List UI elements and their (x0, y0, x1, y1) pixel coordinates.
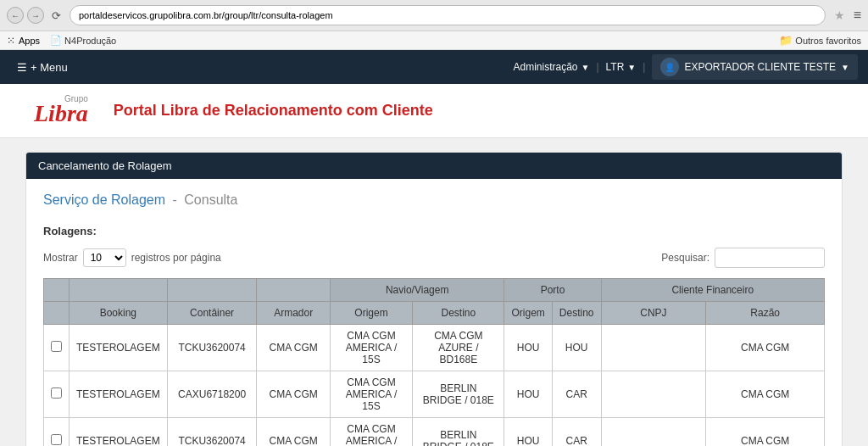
th-empty-2 (70, 279, 168, 302)
bookmarks-bar: ⁙ Apps 📄 N4Produção 📁 Outros favoritos (0, 31, 868, 50)
main-panel: Cancelamento de Rolagem Serviço de Rolag… (25, 152, 843, 446)
th-armador: Armador (257, 302, 330, 325)
row-checkbox[interactable] (51, 434, 62, 445)
row-nav-origem: CMA CGM AMERICA / 15S (330, 325, 412, 371)
th-porto: Porto (504, 279, 601, 302)
row-razao: CMA CGM (706, 418, 825, 447)
row-porto-destino: CAR (552, 371, 601, 418)
nav-bar: ☰ + Menu Administração ▼ | LTR ▼ | 👤 EXP… (0, 50, 868, 84)
row-checkbox-cell[interactable] (44, 418, 70, 447)
th-porto-destino: Destino (552, 302, 601, 325)
show-controls: Mostrar 10 25 50 100 registros por págin… (43, 248, 221, 267)
menu-button[interactable]: ☰ + Menu (10, 61, 75, 74)
row-porto-origem: HOU (504, 325, 552, 371)
row-nav-destino: BERLIN BRIDGE / 018E (413, 371, 504, 418)
main-content: Cancelamento de Rolagem Serviço de Rolag… (0, 138, 868, 446)
service-separator: - (173, 192, 177, 207)
rolagens-label: Rolagens: (43, 225, 825, 237)
th-empty-4 (257, 279, 330, 302)
service-link[interactable]: Serviço de Rolagem (43, 192, 165, 207)
row-booking: TESTEROLAGEM (70, 371, 168, 418)
nav-sep-2: | (643, 61, 645, 73)
admin-label: Administração (514, 61, 578, 73)
row-cnpj (601, 418, 706, 447)
ltr-label: LTR (606, 61, 625, 73)
browser-menu-icon[interactable]: ≡ (854, 8, 861, 23)
ltr-chevron-icon: ▼ (627, 63, 636, 72)
row-cnpj (601, 371, 706, 418)
search-input[interactable] (715, 248, 825, 268)
row-container: CAXU6718200 (167, 371, 257, 418)
user-menu[interactable]: 👤 EXPORTADOR CLIENTE TESTE ▼ (652, 54, 858, 80)
row-checkbox[interactable] (51, 387, 62, 399)
outros-favoritos-bookmark[interactable]: 📁 Outros favoritos (779, 34, 861, 47)
search-controls: Pesquisar: (661, 248, 825, 268)
user-avatar-icon: 👤 (660, 58, 679, 76)
row-razao: CMA CGM (706, 371, 825, 418)
menu-icon: ☰ (17, 61, 27, 74)
user-chevron-icon: ▼ (841, 63, 849, 72)
th-empty-3 (167, 279, 257, 302)
row-container: TCKU3620074 (167, 418, 257, 447)
table-row: TESTEROLAGEM TCKU3620074 CMA CGM CMA CGM… (44, 325, 825, 371)
service-sub: Consulta (184, 192, 237, 207)
row-nav-origem: CMA CGM AMERICA / 15S (330, 418, 412, 447)
row-container: TCKU3620074 (167, 325, 257, 371)
browser-chrome: ← → ⟳ ★ ≡ (0, 0, 868, 31)
folder-icon: 📁 (779, 34, 793, 47)
apps-bookmark[interactable]: ⁙ Apps (7, 35, 40, 47)
row-nav-destino: CMA CGM AZURE / BD168E (413, 325, 504, 371)
th-checkbox (44, 302, 70, 325)
menu-label: + Menu (31, 61, 68, 74)
nav-sep-1: | (596, 61, 598, 73)
row-booking: TESTEROLAGEM (70, 418, 168, 447)
n4producao-bookmark[interactable]: 📄 N4Produção (50, 35, 116, 46)
show-label: Mostrar (43, 252, 78, 264)
outros-favoritos-label: Outros favoritos (795, 36, 861, 46)
per-page-label: registros por página (131, 252, 221, 264)
nav-buttons: ← → ⟳ (7, 7, 64, 24)
panel-body: Serviço de Rolagem - Consulta Rolagens: … (26, 179, 842, 446)
row-porto-destino: HOU (552, 325, 601, 371)
bookmark-star-icon[interactable]: ★ (834, 8, 845, 22)
bookmark-page-icon: 📄 (50, 35, 62, 46)
forward-button[interactable]: → (27, 7, 44, 24)
records-per-page-select[interactable]: 10 25 50 100 (83, 248, 126, 267)
th-porto-origem: Origem (504, 302, 552, 325)
table-row: TESTEROLAGEM CAXU6718200 CMA CGM CMA CGM… (44, 371, 825, 418)
logo: Grupo Libra (34, 94, 88, 127)
row-booking: TESTEROLAGEM (70, 325, 168, 371)
row-porto-origem: HOU (504, 371, 552, 418)
panel-header: Cancelamento de Rolagem (26, 153, 842, 179)
bookmarks-right: 📁 Outros favoritos (779, 34, 861, 47)
header-area: Grupo Libra Portal Libra de Relacionamen… (0, 84, 868, 138)
row-checkbox-cell[interactable] (44, 371, 70, 418)
back-button[interactable]: ← (7, 7, 24, 24)
row-armador: CMA CGM (257, 418, 330, 447)
row-checkbox-cell[interactable] (44, 325, 70, 371)
ltr-dropdown[interactable]: LTR ▼ (606, 61, 637, 73)
row-porto-origem: HOU (504, 418, 552, 447)
row-razao: CMA CGM (706, 325, 825, 371)
th-cliente-financeiro: Cliente Financeiro (601, 279, 824, 302)
nav-right: Administração ▼ | LTR ▼ | 👤 EXPORTADOR C… (514, 54, 859, 80)
row-cnpj (601, 325, 706, 371)
th-navio-viagem: Navio/Viagem (330, 279, 504, 302)
row-armador: CMA CGM (257, 325, 330, 371)
n4producao-label: N4Produção (64, 36, 116, 46)
th-navio-origem: Origem (330, 302, 412, 325)
th-razao: Razão (706, 302, 825, 325)
row-nav-origem: CMA CGM AMERICA / 15S (330, 371, 412, 418)
user-label: EXPORTADOR CLIENTE TESTE (684, 61, 836, 73)
row-checkbox[interactable] (51, 341, 62, 352)
admin-dropdown[interactable]: Administração ▼ (514, 61, 590, 73)
url-bar[interactable] (70, 5, 826, 25)
row-porto-destino: CAR (552, 418, 601, 447)
row-nav-destino: BERLIN BRIDGE / 018E (413, 418, 504, 447)
refresh-button[interactable]: ⟳ (47, 7, 64, 24)
search-label: Pesquisar: (661, 252, 709, 264)
table-row: TESTEROLAGEM TCKU3620074 CMA CGM CMA CGM… (44, 418, 825, 447)
table-controls: Mostrar 10 25 50 100 registros por págin… (43, 248, 825, 268)
apps-label: Apps (19, 36, 40, 46)
admin-chevron-icon: ▼ (581, 63, 590, 72)
